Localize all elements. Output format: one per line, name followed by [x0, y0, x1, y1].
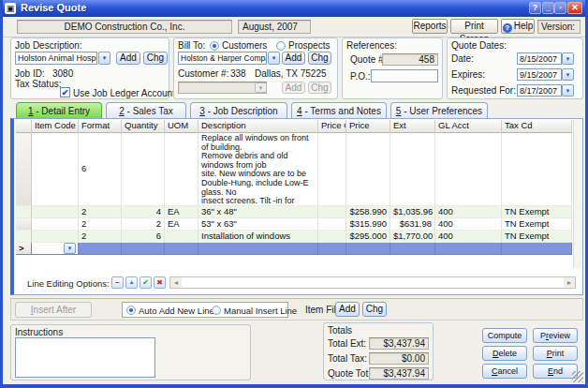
item-file-chg-button[interactable]: Chg — [362, 302, 387, 317]
grid-horizontal-scrollbar[interactable]: ◄ ► — [169, 276, 576, 289]
print-button[interactable]: Print — [533, 346, 578, 361]
auto-add-radio[interactable] — [126, 306, 136, 315]
delete-line-icon[interactable]: − — [111, 276, 124, 289]
cancel-line-icon[interactable]: ✖ — [154, 276, 166, 289]
prospects-radio-label[interactable]: Prospects — [288, 40, 330, 51]
row-selector[interactable] — [16, 206, 32, 218]
row-selector[interactable] — [16, 231, 32, 243]
scroll-right-icon[interactable]: ► — [564, 277, 575, 288]
bill-to-combo-dropdown-icon[interactable]: ▼ — [268, 52, 280, 65]
cell-tax-cd[interactable]: TN Exempt — [502, 206, 572, 218]
job-ledger-checkbox-label[interactable]: Use Job Ledger Accounts — [73, 88, 180, 98]
cell-tax-cd[interactable]: TN Exempt — [502, 231, 572, 243]
cell-gl-acct[interactable] — [435, 133, 502, 206]
po-input[interactable] — [371, 69, 438, 82]
bill-to-chg-button[interactable]: Chg — [308, 52, 331, 65]
cell-format[interactable]: 2 — [79, 206, 122, 218]
row-selector[interactable] — [16, 133, 32, 206]
cell-price-cd[interactable] — [318, 206, 346, 218]
table-row[interactable]: 2 2 EA 53" x 63" $315.990 $631.98 400 TN… — [16, 218, 572, 231]
job-add-button[interactable]: Add — [116, 52, 140, 65]
job-ledger-checkbox[interactable]: ✔ — [60, 87, 70, 97]
cell-price[interactable] — [346, 243, 390, 255]
bill-to-combo-input[interactable]: Holston & Harper Companies — [178, 52, 267, 65]
cell-gl-acct[interactable]: 400 — [435, 206, 502, 218]
cell-uom[interactable] — [165, 243, 198, 255]
cell-item-code[interactable] — [32, 206, 79, 218]
auto-add-radio-label[interactable]: Auto Add New Line — [139, 306, 214, 316]
job-combo-input[interactable]: Holston Animal Hospital — [15, 52, 97, 65]
table-row[interactable]: 2 6 Installation of windows $295.000 $1,… — [16, 231, 572, 243]
cell-price[interactable]: $315.990 — [346, 218, 390, 231]
cell-quantity[interactable]: 2 — [122, 218, 165, 231]
cell-tax-cd[interactable] — [502, 133, 572, 206]
tab-terms-and-notes[interactable]: 4 - Terms and Notes — [291, 102, 387, 119]
tab-sales-tax[interactable]: 2 - Sales Tax — [106, 102, 186, 119]
manual-insert-radio[interactable] — [212, 306, 221, 315]
cell-description[interactable]: 53" x 63" — [198, 218, 318, 231]
cell-ext[interactable] — [390, 243, 435, 255]
window-help-button[interactable]: ? — [529, 2, 541, 14]
cell-price-cd[interactable] — [318, 218, 346, 231]
cell-gl-acct[interactable] — [435, 243, 502, 255]
date-input[interactable]: 8/15/2007 — [517, 52, 562, 65]
cell-item-code[interactable] — [32, 133, 79, 206]
cell-item-code[interactable] — [32, 231, 79, 243]
cell-gl-acct[interactable]: 400 — [435, 218, 502, 231]
cell-price-cd[interactable] — [318, 231, 346, 243]
cell-quantity[interactable] — [122, 243, 165, 255]
customers-radio[interactable] — [210, 41, 219, 51]
new-row-item-code-cell[interactable]: ▼ — [32, 243, 79, 255]
print-screen-button[interactable]: Print Screen — [450, 19, 498, 34]
table-row[interactable]: 2 4 EA 36" x 48" $258.990 $1,035.96 400 … — [16, 206, 572, 218]
cell-format[interactable]: 6 — [79, 133, 122, 206]
titlebar[interactable]: ▣ Revise Quote ? _ ▫ ✕ — [0, 0, 588, 17]
cell-format[interactable]: 2 — [79, 231, 122, 243]
cell-format[interactable]: 2 — [79, 218, 122, 231]
reports-button[interactable]: Reports — [412, 19, 448, 34]
new-row-selector[interactable]: > — [16, 243, 32, 255]
manual-insert-radio-label[interactable]: Manual Insert Line — [224, 306, 297, 316]
requested-for-input[interactable]: 8/17/2007 — [517, 84, 562, 97]
cell-quantity[interactable] — [122, 133, 165, 206]
resize-grip[interactable] — [572, 371, 583, 382]
cell-item-code[interactable] — [32, 218, 79, 231]
cell-format[interactable] — [79, 243, 122, 255]
cancel-button[interactable]: Cancel — [482, 364, 527, 379]
cell-gl-acct[interactable]: 400 — [435, 231, 502, 243]
cell-ext[interactable]: $631.98 — [390, 218, 435, 231]
expires-input[interactable]: 9/15/2007 — [517, 68, 562, 81]
cell-description[interactable]: Replace all windows on front of building… — [198, 133, 318, 206]
delete-button[interactable]: Delete — [482, 346, 527, 361]
item-file-add-button[interactable]: Add — [335, 302, 360, 317]
table-row[interactable]: 6 Replace all windows on front of buildi… — [16, 133, 572, 206]
cell-uom[interactable] — [165, 231, 198, 243]
cell-price[interactable]: $258.990 — [346, 206, 390, 218]
instructions-textarea[interactable] — [15, 337, 155, 378]
help-button[interactable]: ?Help — [501, 19, 535, 34]
cell-quantity[interactable]: 6 — [122, 231, 165, 243]
job-combo-dropdown-icon[interactable]: ▼ — [98, 52, 110, 65]
job-chg-button[interactable]: Chg — [143, 52, 168, 65]
maximize-button[interactable]: ▫ — [554, 2, 566, 14]
prospects-radio[interactable] — [276, 41, 286, 51]
cell-tax-cd[interactable] — [502, 243, 572, 255]
cell-uom[interactable]: EA — [165, 218, 198, 231]
new-entry-row[interactable]: > ▼ — [16, 243, 572, 255]
cell-ext[interactable]: $1,035.96 — [390, 206, 435, 218]
tab-job-description[interactable]: 3 - Job Description — [190, 102, 287, 119]
cell-description[interactable]: Installation of windows — [198, 231, 318, 243]
tab-user-preferences[interactable]: 5 - User Preferences — [390, 102, 488, 119]
end-button[interactable]: End — [533, 364, 578, 379]
preview-button[interactable]: Preview — [533, 328, 578, 343]
item-code-dropdown-icon[interactable]: ▼ — [64, 243, 76, 254]
close-button[interactable]: ✕ — [567, 2, 582, 14]
cell-price-cd[interactable] — [318, 243, 346, 255]
minimize-button[interactable]: _ — [542, 2, 554, 14]
scroll-left-icon[interactable]: ◄ — [170, 277, 182, 288]
cell-price[interactable] — [346, 133, 390, 206]
grid-vertical-scrollbar[interactable] — [573, 120, 582, 268]
requested-for-dropdown-icon[interactable]: ▼ — [562, 84, 574, 97]
cell-tax-cd[interactable]: TN Exempt — [502, 218, 572, 231]
cell-uom[interactable] — [165, 133, 198, 206]
